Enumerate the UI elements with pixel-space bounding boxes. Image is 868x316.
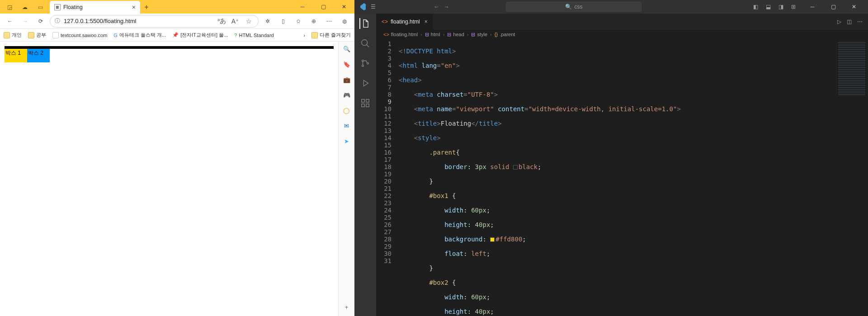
new-tab-button[interactable]: + bbox=[140, 1, 153, 14]
bookmark-item[interactable]: 공부 bbox=[28, 32, 46, 38]
tab-strip: ◲ ☁ ▭ 🗎 Floating × + ─ ▢ ✕ bbox=[0, 0, 354, 14]
bookmark-item[interactable]: ?HTML Standard bbox=[234, 33, 274, 38]
g-icon: G bbox=[113, 33, 118, 38]
extensions-icon[interactable]: ✲ bbox=[261, 15, 274, 28]
send-icon[interactable]: ➤ bbox=[342, 137, 351, 146]
cloud-icon[interactable]: ☁ bbox=[17, 1, 33, 14]
svg-rect-6 bbox=[366, 104, 369, 107]
mail-icon[interactable]: ✉ bbox=[342, 121, 351, 130]
collection-icon[interactable]: ▭ bbox=[33, 1, 48, 14]
minimize-button[interactable]: ─ bbox=[292, 0, 313, 14]
reader-icon[interactable]: A⁺ bbox=[230, 16, 240, 26]
run-icon[interactable]: ▷ bbox=[837, 19, 841, 25]
code-editor[interactable]: 1234567891011121314151617181920212223242… bbox=[376, 39, 868, 316]
folder-icon bbox=[4, 32, 10, 38]
info-icon: ⓘ bbox=[55, 17, 60, 25]
debug-icon[interactable] bbox=[360, 78, 371, 89]
html-icon: <> bbox=[383, 32, 389, 37]
bookmark-item[interactable]: textcount.sawoo.com bbox=[52, 32, 107, 38]
bookmark-item[interactable]: 📌[전자IT교육센터] 풀... bbox=[172, 32, 228, 38]
file-icon: 🗎 bbox=[54, 4, 61, 10]
editor-actions: ▷ ◫ ⋯ bbox=[832, 14, 868, 29]
translate-icon[interactable]: ᵃあ bbox=[217, 16, 226, 26]
layout-grid-icon[interactable]: ⊞ bbox=[788, 2, 799, 12]
search-icon[interactable]: 🔍 bbox=[342, 44, 351, 53]
code-content[interactable]: <!DOCTYPE html> <html lang="en"> <head> … bbox=[397, 39, 828, 316]
browser-window: ◲ ☁ ▭ 🗎 Floating × + ─ ▢ ✕ ← → ⟳ ⓘ 127.0… bbox=[0, 0, 354, 316]
url-field[interactable]: ⓘ 127.0.0.1:5500/floating.html ᵃあ A⁺ ☆ bbox=[50, 15, 259, 28]
add-sidebar-icon[interactable]: + bbox=[342, 302, 351, 311]
vscode-window: ☰ ← → 🔍 css ◧ ⬓ ◨ ⊞ ─ ▢ ✕ bbox=[354, 0, 868, 316]
split-icon[interactable]: ◫ bbox=[847, 19, 852, 25]
maximize-button[interactable]: ▢ bbox=[823, 0, 844, 14]
viewport: 박스 1 박스 2 🔍 🔖 💼 🎮 ◯ ✉ ➤ + bbox=[0, 42, 354, 316]
explorer-icon[interactable] bbox=[359, 18, 370, 29]
workspace-icon[interactable]: ◲ bbox=[2, 1, 17, 14]
nav-forward-icon[interactable]: → bbox=[443, 3, 451, 11]
edge-sidebar: 🔍 🔖 💼 🎮 ◯ ✉ ➤ + bbox=[338, 42, 354, 316]
activity-bar bbox=[354, 14, 376, 316]
menu-icon[interactable]: ☰ bbox=[369, 3, 377, 11]
bookmark-item[interactable]: 개인 bbox=[4, 32, 22, 38]
collections-icon[interactable]: ⊕ bbox=[307, 15, 320, 28]
svg-point-0 bbox=[362, 40, 368, 46]
copilot-icon[interactable]: ◍ bbox=[338, 15, 351, 28]
bookmark-chevron[interactable]: › bbox=[303, 33, 305, 38]
source-control-icon[interactable] bbox=[360, 58, 371, 69]
extensions-icon[interactable] bbox=[360, 98, 371, 108]
back-button[interactable]: ← bbox=[4, 15, 16, 28]
maximize-button[interactable]: ▢ bbox=[313, 0, 334, 14]
command-search[interactable]: 🔍 css bbox=[506, 2, 642, 12]
titlebar: ☰ ← → 🔍 css ◧ ⬓ ◨ ⊞ ─ ▢ ✕ bbox=[354, 0, 868, 14]
svg-point-1 bbox=[362, 60, 364, 62]
briefcase-icon[interactable]: 💼 bbox=[342, 75, 351, 84]
layout-bottom-icon[interactable]: ⬓ bbox=[762, 2, 774, 12]
circle-icon[interactable]: ◯ bbox=[342, 106, 351, 115]
favorites-icon[interactable]: ✩ bbox=[292, 15, 305, 28]
pin-icon: 📌 bbox=[172, 32, 179, 38]
sidebar-icon[interactable]: ▯ bbox=[277, 15, 289, 28]
line-gutter: 1234567891011121314151617181920212223242… bbox=[376, 39, 397, 316]
svg-point-3 bbox=[367, 62, 369, 64]
layout-left-icon[interactable]: ◧ bbox=[750, 2, 761, 12]
brace-icon: ⊟ bbox=[471, 32, 475, 38]
svg-point-2 bbox=[362, 65, 364, 67]
close-window-button[interactable]: ✕ bbox=[844, 0, 864, 14]
close-tab-icon[interactable]: × bbox=[425, 19, 428, 25]
forward-button[interactable]: → bbox=[19, 15, 32, 28]
close-tab-icon[interactable]: × bbox=[132, 4, 136, 11]
games-icon[interactable]: 🎮 bbox=[342, 90, 351, 99]
search-icon[interactable] bbox=[360, 38, 371, 49]
window-controls: ─ ▢ ✕ bbox=[802, 0, 864, 14]
window-controls: ─ ▢ ✕ bbox=[292, 0, 354, 14]
more-icon[interactable]: ⋯ bbox=[857, 19, 863, 25]
html-icon: <> bbox=[382, 19, 388, 25]
bookmark-item[interactable]: G에듀테크 풀스택 개... bbox=[113, 32, 166, 38]
rendered-page: 박스 1 박스 2 bbox=[0, 42, 338, 316]
close-window-button[interactable]: ✕ bbox=[334, 0, 354, 14]
editor-tab[interactable]: <> floating.html × bbox=[376, 14, 434, 29]
q-icon: ? bbox=[234, 33, 237, 38]
browser-tab[interactable]: 🗎 Floating × bbox=[50, 1, 140, 14]
bookmarks-bar: 개인 공부 textcount.sawoo.com G에듀테크 풀스택 개...… bbox=[0, 29, 354, 42]
svg-rect-4 bbox=[362, 99, 364, 102]
layout-right-icon[interactable]: ◨ bbox=[775, 2, 787, 12]
reload-button[interactable]: ⟳ bbox=[34, 15, 47, 28]
minimap[interactable] bbox=[828, 39, 868, 316]
site-icon bbox=[52, 32, 59, 38]
minimize-button[interactable]: ─ bbox=[802, 0, 823, 14]
breadcrumb[interactable]: <>floating.html › ⊟html › ⊟head › ⊟style… bbox=[376, 29, 868, 39]
layout-controls: ◧ ⬓ ◨ ⊞ bbox=[750, 2, 799, 12]
tab-title: Floating bbox=[63, 4, 129, 10]
tag-icon[interactable]: 🔖 bbox=[342, 60, 351, 69]
favorite-icon[interactable]: ☆ bbox=[244, 16, 254, 26]
nav-back-icon[interactable]: ← bbox=[433, 3, 441, 11]
folder-icon bbox=[311, 32, 318, 38]
url-text: 127.0.0.1:5500/floating.html bbox=[64, 18, 213, 24]
svg-rect-7 bbox=[366, 99, 369, 102]
brace-icon: ⊟ bbox=[447, 32, 451, 38]
bookmark-other[interactable]: 다른 즐겨찾기 bbox=[311, 32, 351, 38]
editor-tabs: <> floating.html × ▷ ◫ ⋯ bbox=[376, 14, 868, 29]
more-icon[interactable]: ⋯ bbox=[323, 15, 335, 28]
parent-div bbox=[5, 46, 334, 49]
